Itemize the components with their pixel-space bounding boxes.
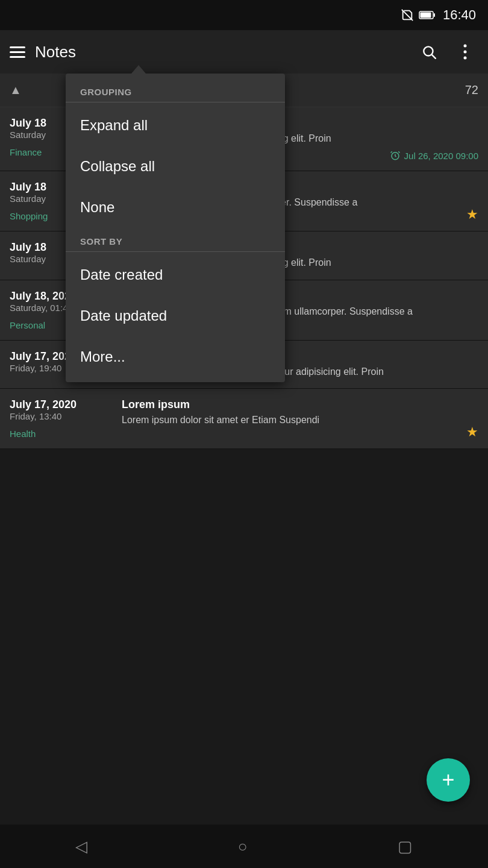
collapse-chevron[interactable]: ▲ bbox=[10, 83, 22, 97]
app-title: Notes bbox=[35, 43, 406, 61]
add-icon: + bbox=[442, 767, 454, 793]
menu-button[interactable] bbox=[10, 46, 25, 58]
status-time: 16:40 bbox=[443, 7, 476, 23]
note-body: Lorem ipsum dolor sit amet er Etiam Susp… bbox=[122, 414, 478, 427]
expand-all-item[interactable]: Expand all bbox=[66, 105, 285, 146]
search-button[interactable] bbox=[416, 39, 442, 65]
note-card[interactable]: July 17, 2020 Friday, 13:40 Health Lorem… bbox=[0, 389, 488, 449]
search-icon bbox=[421, 44, 437, 60]
status-bar: 16:40 bbox=[0, 0, 488, 30]
svg-rect-1 bbox=[420, 13, 431, 18]
note-date: July 17, 2020 bbox=[10, 398, 112, 411]
date-updated-item[interactable]: Date updated bbox=[66, 295, 285, 336]
svg-rect-2 bbox=[434, 13, 435, 17]
svg-point-7 bbox=[464, 57, 467, 60]
bottom-nav: ◁ ○ ▢ bbox=[0, 825, 488, 868]
note-title: Lorem ipsum bbox=[122, 398, 478, 411]
svg-point-6 bbox=[464, 51, 467, 54]
alarm-icon bbox=[390, 150, 401, 161]
more-button[interactable] bbox=[452, 39, 478, 65]
note-count: 72 bbox=[465, 83, 478, 97]
star-icon: ★ bbox=[466, 207, 478, 222]
status-icons bbox=[401, 8, 436, 22]
date-created-item[interactable]: Date created bbox=[66, 254, 285, 295]
grouping-label: GROUPING bbox=[66, 78, 285, 102]
home-button[interactable]: ○ bbox=[238, 837, 248, 856]
app-bar: Notes bbox=[0, 30, 488, 74]
back-icon: ◁ bbox=[75, 837, 87, 855]
reminder-text: Jul 26, 2020 09:00 bbox=[404, 151, 478, 161]
dropdown-menu: GROUPING Expand all Collapse all None SO… bbox=[66, 74, 285, 382]
sim-off-icon bbox=[401, 8, 414, 22]
sort-by-label: SORT BY bbox=[66, 228, 285, 251]
recents-button[interactable]: ▢ bbox=[398, 837, 413, 856]
home-icon: ○ bbox=[238, 837, 248, 855]
grouping-divider bbox=[66, 102, 285, 102]
battery-icon bbox=[419, 10, 436, 20]
note-day: Friday, 13:40 bbox=[10, 411, 112, 421]
sort-by-divider bbox=[66, 251, 285, 252]
star-icon: ★ bbox=[466, 424, 478, 440]
add-button[interactable]: + bbox=[427, 758, 470, 802]
svg-point-5 bbox=[464, 45, 467, 48]
none-item[interactable]: None bbox=[66, 187, 285, 228]
dropdown-pointer bbox=[131, 65, 146, 74]
back-button[interactable]: ◁ bbox=[75, 837, 87, 856]
collapse-all-item[interactable]: Collapse all bbox=[66, 146, 285, 187]
more-item[interactable]: More... bbox=[66, 336, 285, 377]
more-icon bbox=[463, 44, 467, 60]
note-tag: Health bbox=[10, 429, 112, 439]
svg-line-4 bbox=[432, 55, 436, 58]
recents-icon: ▢ bbox=[398, 837, 413, 855]
